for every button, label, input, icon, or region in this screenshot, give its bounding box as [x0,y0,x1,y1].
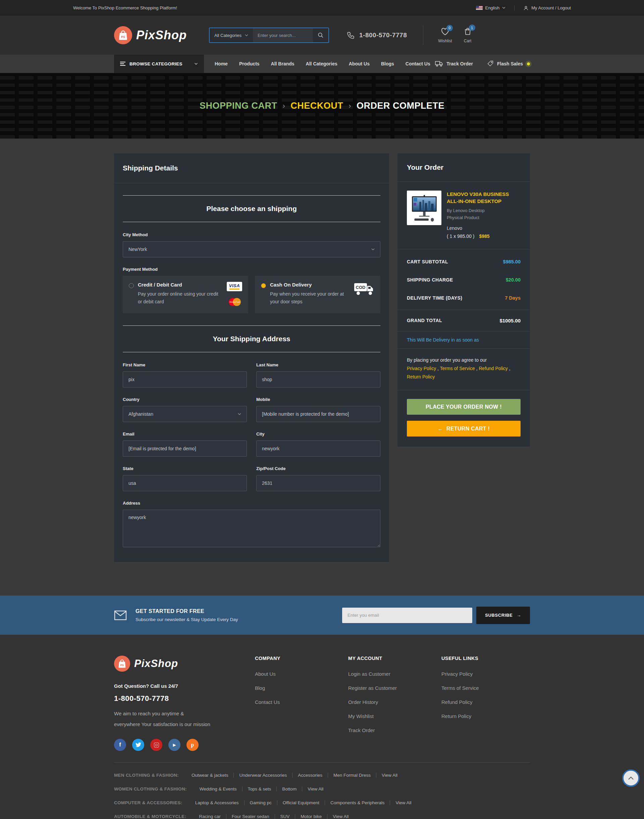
product-qty: ( 1 x 985.00 ) [447,233,475,239]
wishlist-button[interactable]: 0 Wishlist [438,28,452,43]
footer-link-return-policy[interactable]: Return Policy [442,713,530,719]
city-input[interactable] [256,440,380,457]
nav-link-contact-us[interactable]: Contact Us [406,61,430,66]
nav-link-all-categories[interactable]: All Categories [306,61,337,66]
footer-link-my-wishlist[interactable]: My Wishlist [348,713,442,719]
return-cart-button[interactable]: ← RETURN CART ! [407,421,521,437]
category-link[interactable]: SUV [275,814,295,819]
category-label: WOMEN CLOTHING & FASHION: [114,787,187,791]
zip-input[interactable] [256,475,380,491]
category-link[interactable]: Outwear & jackets [186,773,234,778]
footer-logo[interactable]: PS PixShop [114,656,255,672]
address-label: Address [123,501,380,506]
payment-option-card[interactable]: Credit / Debit Card Pay your order onlin… [123,276,248,313]
category-link[interactable]: Laptop & Accessories [190,800,244,805]
email-input[interactable] [123,440,247,457]
footer-link-track-order[interactable]: Track Order [348,727,442,733]
breadcrumb-checkout[interactable]: CHECKOUT [290,101,343,111]
category-link-view-all[interactable]: View All [327,814,354,819]
facebook-icon[interactable]: f [114,739,126,751]
footer-link-terms[interactable]: Terms of Service [442,685,530,691]
footer-question: Got Question? Call us 24/7 [114,683,255,689]
breadcrumb-shopping-cart[interactable]: SHOPPING CART [199,101,278,111]
footer-link-login[interactable]: Login as Customer [348,671,442,677]
flash-sales-link[interactable]: Flash Sales [487,60,530,67]
return-policy-link[interactable]: Return Policy [407,374,435,379]
footer-link-privacy-policy[interactable]: Privacy Policy [442,671,530,677]
category-link-view-all[interactable]: View All [302,787,329,791]
product-thumbnail[interactable] [407,190,442,225]
category-link[interactable]: Components & Peripherals [325,800,390,805]
address-textarea[interactable]: newyork [123,510,380,547]
search-input[interactable] [253,28,313,42]
track-order-link[interactable]: Track Order [435,61,473,67]
pinterest-icon[interactable]: p [187,739,199,751]
nav-link-blogs[interactable]: Blogs [381,61,394,66]
city-method-select[interactable]: NewYork [123,241,380,257]
category-label: AUTOMOBILE & MOTORCYCLE: [114,814,186,819]
arrow-left-icon: ← [438,426,443,432]
category-link[interactable]: Wedding & Events [194,787,242,791]
twitter-icon[interactable] [132,739,144,751]
category-link[interactable]: Official Equipment [277,800,325,805]
account-link[interactable]: My Account / Logout [523,5,571,11]
country-select[interactable]: Afghanistan [123,406,247,422]
header-phone: 1-800-570-7778 [347,31,407,40]
language-selector[interactable]: English [476,5,506,11]
nav-link-products[interactable]: Products [239,61,260,66]
newsletter-email-input[interactable] [342,607,472,623]
category-link[interactable]: Tops & sets [242,787,277,791]
breadcrumb-banner: SHOPPING CART › CHECKOUT › ORDER COMPLET… [0,73,644,138]
category-link-view-all[interactable]: View All [376,773,403,778]
state-input[interactable] [123,475,247,491]
company-heading: COMPANY [255,656,348,661]
category-link-view-all[interactable]: View All [390,800,417,805]
footer-link-about-us[interactable]: About Us [255,671,348,677]
category-link[interactable]: Racing car [193,814,226,819]
credit-card-radio[interactable] [129,283,134,288]
category-link[interactable]: Gaming pc [244,800,277,805]
delivery-note-link[interactable]: This Will Be Delivery in as soon as [397,331,530,349]
search-button[interactable] [313,28,328,42]
grand-total-label: GRAND TOTAL [407,318,442,323]
first-name-input[interactable] [123,371,247,388]
category-row-automobile: AUTOMOBILE & MOTORCYCLE: Racing car Four… [114,814,530,819]
subscribe-button[interactable]: SUBSCRIBE → [476,607,530,624]
grand-total-value: $1005.00 [500,318,521,324]
place-order-button[interactable]: PLACE YOUR ORDER NOW ! [407,399,521,415]
privacy-policy-link[interactable]: Privacy Policy [407,366,436,371]
browse-categories-button[interactable]: BROWSE CATEGORIES [114,55,204,73]
category-link[interactable]: Four Seater sedan [226,814,275,819]
footer-link-contact-us[interactable]: Contact Us [255,699,348,705]
footer-link-blog[interactable]: Blog [255,685,348,691]
nav-link-about-us[interactable]: About Us [349,61,370,66]
terms-of-service-link[interactable]: Terms of Service [440,366,475,371]
mobile-input[interactable] [256,406,380,422]
footer-link-refund-policy[interactable]: Refund Policy [442,699,530,705]
category-link[interactable]: Underwear Accessories [233,773,292,778]
nav-link-all-brands[interactable]: All Brands [271,61,294,66]
refund-policy-link[interactable]: Refund Policy [478,366,508,371]
payment-option-cod[interactable]: Cash On Delivery Pay when you receive yo… [255,276,380,313]
logo[interactable]: PS PixShop [114,26,187,44]
scroll-to-top-button[interactable] [622,769,639,787]
shipping-charge-label: SHIPPING CHARGE [407,277,453,282]
footer-link-register[interactable]: Register as Customer [348,685,442,691]
nav-link-home[interactable]: Home [215,61,228,66]
wishlist-label: Wishlist [438,38,452,43]
cart-button[interactable]: 1 Cart [463,27,472,43]
category-link[interactable]: Bottom [276,787,302,791]
your-order-card: Your Order [397,153,530,446]
category-link[interactable]: Motor bike [295,814,327,819]
footer-link-order-history[interactable]: Order History [348,699,442,705]
category-link[interactable]: Accessories [292,773,328,778]
product-price: $985 [479,233,490,239]
category-link[interactable]: Men Formal Dress [328,773,376,778]
last-name-input[interactable] [256,371,380,388]
product-name[interactable]: LENOVO V30A BUSINESS ALL-IN-ONE DESKTOP [447,190,521,205]
search-category-dropdown[interactable]: All Categories [210,28,253,42]
instagram-icon[interactable] [150,739,163,751]
youtube-icon[interactable]: ▶ [169,739,181,751]
credit-card-desc: Pay your order online using your credit … [138,290,223,306]
cod-radio[interactable] [261,283,266,288]
